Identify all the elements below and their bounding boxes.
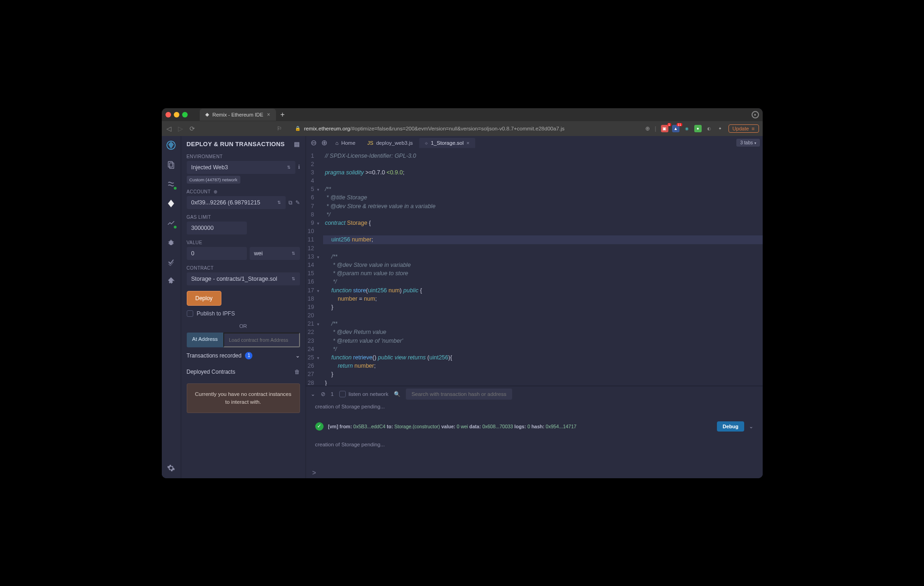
chevron-down-icon: ⌄ bbox=[295, 352, 300, 359]
chevron-down-icon: ▾ bbox=[754, 141, 756, 145]
at-address-button[interactable]: At Address bbox=[187, 333, 224, 347]
urlbar: ◁ ▷ ⟳ ⚐ 🔒 remix.ethereum.org/#optimize=f… bbox=[162, 121, 763, 136]
terminal-prompt[interactable]: > bbox=[306, 467, 763, 478]
settings-icon[interactable] bbox=[165, 463, 177, 474]
maximize-window[interactable] bbox=[182, 112, 188, 117]
listen-network-checkbox[interactable] bbox=[339, 391, 346, 397]
reload-button[interactable]: ⟳ bbox=[189, 125, 196, 132]
search-icon[interactable]: 🔍 bbox=[394, 391, 400, 397]
code-editor[interactable]: 1 2 3 4 5 ▾6 7 8 9 ▾10 11 12 13 ▾14 15 1… bbox=[306, 150, 763, 386]
value-label: VALUE bbox=[187, 240, 300, 245]
pending-count: 1 bbox=[331, 391, 334, 397]
favicon: ◆ bbox=[205, 111, 209, 117]
line-gutter: 1 2 3 4 5 ▾6 7 8 9 ▾10 11 12 13 ▾14 15 1… bbox=[306, 150, 323, 386]
network-badge: Custom (44787) network bbox=[187, 176, 240, 184]
extension-brave-icon[interactable]: ▣1 bbox=[661, 125, 668, 132]
new-tab-button[interactable]: + bbox=[277, 111, 288, 119]
extension-icon[interactable]: ◉ bbox=[683, 125, 691, 132]
terminal-line: creation of Storage pending... bbox=[315, 404, 753, 409]
iconbar bbox=[162, 136, 181, 478]
browser-tab[interactable]: ◆ Remix - Ethereum IDE × bbox=[200, 109, 276, 121]
panel-settings-icon[interactable]: ▤ bbox=[294, 141, 300, 148]
extension-icon[interactable]: ● bbox=[694, 125, 702, 132]
value-amount-input[interactable] bbox=[187, 247, 247, 260]
minimize-window[interactable] bbox=[174, 112, 179, 117]
listen-network-label: listen on network bbox=[349, 391, 388, 397]
static-analysis-icon[interactable] bbox=[165, 256, 177, 267]
copy-icon[interactable]: ⧉ bbox=[288, 199, 293, 206]
or-divider: OR bbox=[187, 323, 300, 329]
lock-icon: 🔒 bbox=[295, 126, 300, 131]
terminal-search-input[interactable] bbox=[406, 389, 512, 400]
account-select[interactable]: 0xf39...92266 (6.98791215 ⇅ bbox=[187, 196, 286, 209]
tab-title: Remix - Ethereum IDE bbox=[213, 112, 263, 117]
chevron-down-icon[interactable]: ⌄ bbox=[749, 423, 753, 430]
publish-ipfs-checkbox[interactable] bbox=[187, 310, 193, 317]
no-instances-message: Currently you have no contract instances… bbox=[187, 383, 300, 413]
add-account-icon[interactable]: ⊕ bbox=[214, 189, 217, 194]
environment-select[interactable]: Injected Web3 ⇅ bbox=[187, 161, 296, 174]
collapse-terminal-icon[interactable]: ⌄ bbox=[311, 391, 315, 397]
debugger-icon[interactable] bbox=[165, 237, 177, 248]
extension-icon[interactable]: ◐ bbox=[705, 125, 713, 132]
at-address-input[interactable] bbox=[223, 333, 300, 347]
clear-terminal-icon[interactable]: ⊘ bbox=[321, 391, 325, 397]
gas-limit-label: GAS LIMIT bbox=[187, 215, 300, 220]
close-tab-icon[interactable]: × bbox=[267, 111, 270, 118]
back-button[interactable]: ◁ bbox=[165, 125, 172, 132]
zoom-in-icon[interactable]: ⊕ bbox=[319, 138, 329, 147]
chevron-updown-icon: ⇅ bbox=[277, 200, 281, 205]
home-icon: ⌂ bbox=[336, 140, 339, 146]
remix-logo-icon[interactable] bbox=[165, 140, 177, 151]
close-window[interactable] bbox=[165, 112, 171, 117]
close-tab-icon[interactable]: × bbox=[466, 140, 470, 146]
tab-deploy-web3[interactable]: JS deploy_web3.js bbox=[362, 138, 418, 148]
extensions-menu-icon[interactable]: ✦ bbox=[716, 125, 724, 132]
terminal-line: creation of Storage pending... bbox=[315, 442, 753, 447]
gas-limit-input[interactable] bbox=[187, 222, 247, 234]
address-bar[interactable]: ⚐ 🔒 remix.ethereum.org/#optimize=false&r… bbox=[201, 125, 641, 132]
titlebar: ◆ Remix - Ethereum IDE × + ● bbox=[162, 108, 763, 121]
svg-rect-2 bbox=[170, 163, 174, 168]
zoom-out-icon[interactable]: ⊖ bbox=[309, 138, 318, 147]
transactions-recorded-row[interactable]: Transactions recorded 1 ⌄ bbox=[187, 347, 300, 364]
deployed-contracts-row[interactable]: Deployed Contracts 🗑 bbox=[187, 364, 300, 380]
panel-title: DEPLOY & RUN TRANSACTIONS ▤ bbox=[187, 141, 300, 148]
chevron-updown-icon: ⇅ bbox=[292, 277, 295, 281]
zoom-icon[interactable]: ⊕ bbox=[645, 125, 650, 132]
js-file-icon: JS bbox=[367, 140, 373, 146]
sol-file-icon: ⟐ bbox=[425, 140, 428, 146]
editor-tabs: ⊖ ⊕ ⌂ Home JS deploy_web3.js ⟐ 1_Storage… bbox=[306, 136, 763, 150]
edit-icon[interactable]: ✎ bbox=[295, 199, 300, 206]
info-icon[interactable]: i bbox=[298, 164, 300, 171]
deploy-icon[interactable] bbox=[165, 198, 177, 209]
tab-home[interactable]: ⌂ Home bbox=[330, 138, 361, 148]
terminal: ⌄ ⊘ 1 listen on network 🔍 creation of St… bbox=[306, 386, 763, 478]
trash-icon[interactable]: 🗑 bbox=[294, 369, 300, 375]
account-label: ACCOUNT ⊕ bbox=[187, 189, 300, 194]
compiler-icon[interactable] bbox=[165, 179, 177, 190]
publish-ipfs-label: Publish to IPFS bbox=[197, 310, 235, 317]
deploy-button[interactable]: Deploy bbox=[187, 291, 221, 306]
tab-storage-sol[interactable]: ⟐ 1_Storage.sol × bbox=[419, 138, 475, 148]
update-button[interactable]: Update ≡ bbox=[728, 124, 759, 133]
bookmark-icon[interactable]: ⚐ bbox=[277, 125, 282, 132]
debug-button[interactable]: Debug bbox=[717, 421, 744, 432]
contract-label: CONTRACT bbox=[187, 265, 300, 271]
tabs-count-badge[interactable]: 3 tabs ▾ bbox=[736, 139, 759, 147]
plugin-manager-icon[interactable] bbox=[165, 276, 177, 287]
contract-select[interactable]: Storage - contracts/1_Storage.sol ⇅ bbox=[187, 272, 300, 285]
svg-rect-1 bbox=[168, 161, 172, 167]
environment-label: ENVIRONMENT bbox=[187, 154, 300, 159]
extension-metamask-icon[interactable]: ▲11 bbox=[672, 125, 679, 132]
chevron-updown-icon: ⇅ bbox=[292, 251, 295, 256]
incognito-icon: ● bbox=[752, 111, 759, 118]
file-explorer-icon[interactable] bbox=[165, 159, 177, 170]
forward-button[interactable]: ▷ bbox=[177, 125, 184, 132]
value-unit-select[interactable]: wei ⇅ bbox=[250, 247, 300, 260]
success-check-icon: ✓ bbox=[315, 422, 324, 431]
analytics-icon[interactable] bbox=[165, 217, 177, 228]
deploy-panel: DEPLOY & RUN TRANSACTIONS ▤ ENVIRONMENT … bbox=[181, 136, 306, 478]
menu-icon: ≡ bbox=[752, 126, 754, 131]
transaction-row[interactable]: ✓ [vm] from: 0x5B3...eddC4 to: Storage.(… bbox=[315, 417, 753, 436]
